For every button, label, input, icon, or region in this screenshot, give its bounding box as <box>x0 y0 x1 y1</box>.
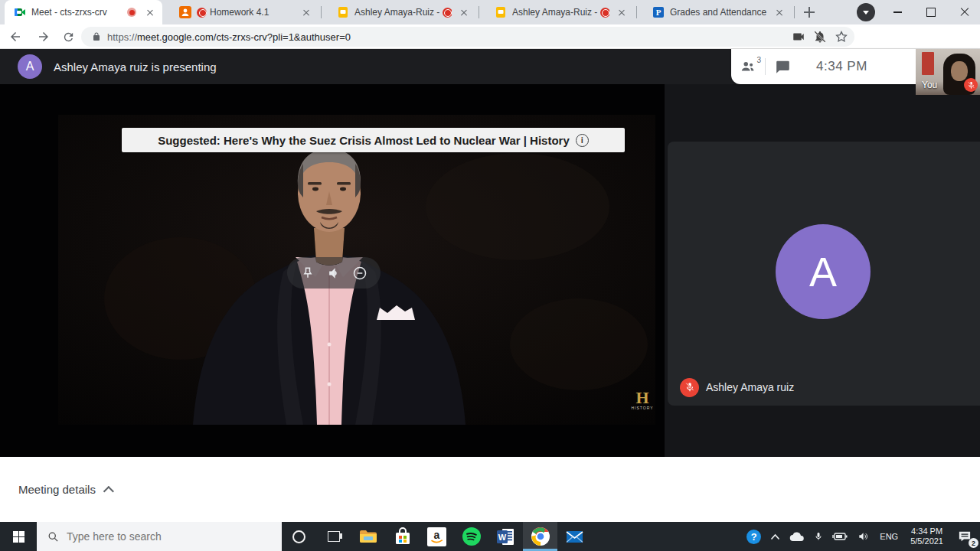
participants-count: 3 <box>756 56 761 64</box>
tab-grades[interactable]: P Grades and Attendance <box>643 0 792 24</box>
tab-close-icon[interactable] <box>773 6 786 18</box>
participants-button[interactable]: 3 <box>731 49 765 84</box>
windows-taskbar: a W ? <box>0 522 980 551</box>
tray-show-hidden[interactable] <box>766 522 785 551</box>
tab-title: Homework 4.1 <box>210 7 294 18</box>
forward-button[interactable] <box>34 28 53 46</box>
window-maximize-button[interactable] <box>914 0 948 24</box>
volume-icon[interactable] <box>326 266 341 281</box>
search-icon <box>47 531 59 543</box>
tray-onedrive[interactable] <box>785 522 809 551</box>
back-button[interactable] <box>6 28 24 46</box>
tab-close-icon[interactable] <box>300 6 312 18</box>
tray-clock[interactable]: 4:34 PM5/5/2021 <box>904 522 949 551</box>
meeting-details-button[interactable]: Meeting details <box>18 457 114 522</box>
participant-tile[interactable]: A Ashley Amaya ruiz <box>668 142 980 406</box>
tray-volume[interactable] <box>852 522 874 551</box>
reload-button[interactable] <box>59 28 77 46</box>
participant-avatar: A <box>776 224 871 319</box>
window-close-button[interactable] <box>948 0 980 24</box>
cortana-button[interactable] <box>282 522 316 551</box>
system-tray: ? ENG 4:34 PM5/5/2021 2 <box>742 522 980 551</box>
tab-title-pre: Ashley Amaya-Ruiz - <box>512 7 600 18</box>
browser-profile-menu[interactable] <box>857 3 875 21</box>
camera-in-use-icon[interactable] <box>792 30 805 44</box>
tab-close-icon[interactable] <box>144 6 156 18</box>
new-tab-button[interactable] <box>801 4 818 21</box>
browser-toolbar: https://meet.google.com/cts-zrxs-crv?pli… <box>0 24 980 49</box>
taskbar-chrome-active[interactable] <box>523 522 557 551</box>
tab-slides-v2[interactable]: Ashley Amaya-Ruiz - V2 H <box>485 0 634 24</box>
taskbar-file-explorer[interactable] <box>351 522 385 551</box>
tab-slides-hom[interactable]: Ashley Amaya-Ruiz - Hom <box>328 0 476 24</box>
remove-tile-icon[interactable] <box>352 266 368 281</box>
tray-power[interactable] <box>828 522 852 551</box>
notification-badge: 2 <box>969 538 978 548</box>
search-input[interactable] <box>67 530 258 543</box>
taskbar-spotify[interactable] <box>454 522 488 551</box>
tray-help-button[interactable]: ? <box>742 522 766 551</box>
speaker-icon <box>857 531 869 542</box>
self-view-tile[interactable]: You <box>916 49 980 95</box>
amazon-icon: a <box>427 527 446 546</box>
presenter-avatar: A <box>18 54 42 79</box>
tray-microphone[interactable] <box>809 522 828 551</box>
presenting-banner-text: Ashley Amaya ruiz is presenting <box>54 49 217 84</box>
tab-meet[interactable]: Meet - cts-zrxs-crv <box>5 0 162 24</box>
tray-mic-icon <box>814 530 823 543</box>
tray-language[interactable]: ENG <box>874 522 904 551</box>
notifications-blocked-icon[interactable] <box>813 30 827 44</box>
pin-icon[interactable] <box>300 266 315 281</box>
slides-favicon-icon <box>337 6 349 18</box>
tab-close-icon[interactable] <box>616 6 628 18</box>
powerschool-favicon-icon: P <box>652 6 665 18</box>
bookmark-star-icon[interactable] <box>835 30 848 44</box>
word-icon: W <box>496 527 515 546</box>
browser-tab-bar: Meet - cts-zrxs-crv Homework 4.1 Ashley … <box>0 0 980 24</box>
taskbar-microsoft-store[interactable] <box>385 522 420 551</box>
tab-recording-indicator-icon <box>127 8 136 17</box>
svg-text:W: W <box>498 533 507 542</box>
people-icon <box>740 58 756 75</box>
tab-title: Meet - cts-zrxs-crv <box>31 7 127 18</box>
address-bar[interactable]: https://meet.google.com/cts-zrxs-crv?pli… <box>81 27 854 47</box>
taskbar-word[interactable]: W <box>488 522 523 551</box>
cortana-icon <box>292 530 305 543</box>
tab-close-icon[interactable] <box>458 6 470 18</box>
tab-divider <box>636 6 637 18</box>
tab-divider <box>794 6 795 18</box>
chat-button[interactable] <box>766 49 799 84</box>
task-view-button[interactable] <box>316 522 351 551</box>
svg-text:a: a <box>434 529 440 541</box>
participant-name-row: Ashley Amaya ruiz <box>680 377 794 397</box>
store-icon <box>394 527 412 546</box>
selfview-mic-muted-icon <box>964 78 978 92</box>
lock-icon <box>92 31 101 42</box>
target-emoji-icon <box>600 8 609 18</box>
slides-favicon-icon <box>495 6 507 18</box>
tab-title-composite: Ashley Amaya-Ruiz - Hom <box>354 7 452 18</box>
task-view-icon <box>328 531 340 542</box>
chat-icon <box>775 59 791 75</box>
spotify-icon <box>462 527 482 546</box>
meet-favicon-icon <box>14 6 26 18</box>
taskbar-search[interactable] <box>37 522 282 551</box>
suggested-title-text: Suggested: Here's Why the Suez Crisis Al… <box>158 134 570 147</box>
meet-header: A Ashley Amaya ruiz is presenting 3 4:34… <box>0 49 980 84</box>
reload-icon <box>62 31 75 44</box>
start-button[interactable] <box>0 522 37 551</box>
chevron-up-icon <box>103 486 114 497</box>
window-minimize-button[interactable] <box>880 0 914 24</box>
chevron-up-tray-icon <box>770 533 780 540</box>
forward-arrow-icon <box>37 30 51 44</box>
action-center-button[interactable]: 2 <box>949 522 980 551</box>
tray-time: 4:34 PM5/5/2021 <box>910 527 943 546</box>
taskbar-mail[interactable] <box>557 522 592 551</box>
tab-divider <box>321 6 322 18</box>
participant-name: Ashley Amaya ruiz <box>706 381 794 393</box>
mail-icon <box>565 527 584 546</box>
taskbar-amazon[interactable]: a <box>420 522 454 551</box>
tile-hover-controls <box>287 257 381 289</box>
selfview-poster <box>922 52 934 75</box>
tab-homework[interactable]: Homework 4.1 <box>170 0 318 24</box>
